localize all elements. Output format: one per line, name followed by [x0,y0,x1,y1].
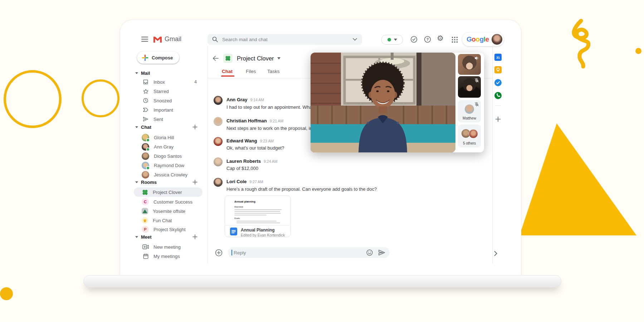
section-chat[interactable]: Chat [134,123,203,131]
participant-video-tile[interactable] [458,54,481,75]
main-video-feed[interactable] [311,53,455,152]
participant-tile-matthew[interactable]: Matthew [458,100,481,122]
compose-button[interactable]: Compose [137,52,179,64]
tab-chat[interactable]: Chat [222,69,233,74]
send-message-icon[interactable] [378,249,385,256]
room-clover-badge [223,54,233,63]
avatar [214,96,223,105]
tab-files[interactable]: Files [246,69,256,74]
section-mail-label: Mail [141,70,150,76]
room-item-label: Customer Success [153,199,192,205]
sidebar-item-important[interactable]: Important [134,105,203,114]
reply-input[interactable] [233,250,356,256]
meet-item-my-meetings[interactable]: My meetings [134,252,203,261]
room-item-customer-success[interactable]: C Customer Success [134,197,203,206]
hamburger-menu-icon[interactable] [141,36,148,42]
important-marker-icon [143,107,148,112]
participant-video-tile[interactable] [458,76,481,98]
apps-grid-icon[interactable] [451,36,459,44]
google-logo: Google [467,35,489,43]
chat-contact-label: Raymond Dow [154,163,184,168]
inbox-unread-count: 4 [194,79,197,84]
search-input[interactable] [221,36,341,43]
room-item-yosemite-offsite[interactable]: Yosemite offsite [134,206,203,216]
new-meeting-icon [142,244,149,249]
message-sender: Christian Hoffman [226,118,267,123]
avatar [142,143,149,151]
chat-contact-gloria-hill[interactable]: Gloria Hill [134,133,203,142]
sidebar-divider [208,46,208,264]
speaker-on-icon [474,56,479,60]
gmail-logo-icon [153,36,162,43]
sidebar-item-label: Important [153,107,173,113]
participant-tile-others[interactable]: 5 others [458,125,481,147]
sidebar-item-snoozed[interactable]: Snoozed [134,96,203,105]
search-icon [212,36,218,42]
message-sender: Lauren Roberts [226,158,261,164]
message-text: Next steps are to work on the proposal, … [226,126,321,131]
avatar [142,134,149,141]
collapse-caret-icon [135,181,138,183]
tasks-icon[interactable] [494,79,502,86]
attachment-divider [225,225,291,225]
chat-contact-ann-gray[interactable]: Ann Gray [134,142,203,151]
google-docs-icon [230,228,238,235]
room-item-label: Project Clover [153,190,182,195]
add-chat-icon[interactable] [192,125,197,130]
add-addon-icon[interactable] [495,116,501,122]
add-attachment-icon[interactable] [215,249,223,257]
emoji-icon[interactable] [366,249,373,256]
mic-muted-icon [474,102,479,107]
status-check-icon[interactable] [410,35,418,43]
collapse-panel-chevron-icon[interactable] [494,251,498,256]
tab-tasks[interactable]: Tasks [267,69,280,74]
chat-contact-label: Diogo Santos [154,153,182,159]
add-room-icon[interactable] [192,180,197,185]
message-time: 9:14 AM [250,98,264,102]
calendar-icon[interactable]: 31 [494,54,502,61]
attachment-file-meta: Edited by Evan Kortendick [241,233,285,237]
doc-attachment-card[interactable]: Annual planning Overview Goals Annual Pl… [225,195,291,237]
calendar-day: 31 [496,56,500,59]
gmail-logo-text: Gmail [165,35,181,43]
sidebar-item-inbox[interactable]: Inbox 4 [134,77,203,87]
account-avatar[interactable] [492,34,502,45]
room-menu-caret-icon[interactable] [277,57,280,59]
video-call-overlay[interactable]: Matthew 5 others [311,53,484,152]
section-rooms[interactable]: Rooms [134,178,203,186]
google-account-pill[interactable]: Google [462,33,504,46]
availability-status-pill[interactable] [381,35,403,45]
chat-contact-label: Jessica Crowley [154,172,187,177]
star-icon [143,88,149,94]
chat-contact-raymond-dow[interactable]: Raymond Dow [134,161,203,170]
help-icon[interactable]: ? [424,35,431,43]
avatar [465,104,474,114]
sidebar-item-starred[interactable]: Starred [134,87,203,96]
back-arrow-icon[interactable] [213,55,219,61]
room-item-project-clover[interactable]: Project Clover [134,187,203,197]
chat-contact-label: Gloria Hill [154,135,174,140]
voice-icon[interactable] [494,92,502,99]
online-dot [146,166,150,170]
settings-gear-icon[interactable]: ⚙ [437,34,444,42]
message-header: Edward Wang 9:23 AM [226,138,274,143]
message-sender: Ann Gray [226,97,248,102]
message-header: Christian Hoffman 9:21 AM [226,118,283,123]
text-cursor [231,250,232,255]
room-item-fun-chat[interactable]: Fun Chat [134,216,203,225]
add-meeting-icon[interactable] [192,234,197,239]
meet-item-new-meeting[interactable]: New meeting [134,242,203,252]
section-meet[interactable]: Meet [134,233,203,241]
inbox-icon [143,79,148,85]
status-caret-icon [394,39,397,41]
reply-bar[interactable] [228,247,390,258]
chat-contact-diogo-santos[interactable]: Diogo Santos [134,151,203,161]
section-mail[interactable]: Mail [134,69,203,77]
message-text: Ok, what's our total budget? [226,145,284,151]
search-options-chevron-icon[interactable] [353,38,357,41]
clover-icon [225,55,231,61]
search-bar[interactable] [208,34,362,45]
online-status-dot [387,38,391,42]
mic-muted-icon [474,78,479,83]
keep-icon[interactable] [494,66,502,73]
